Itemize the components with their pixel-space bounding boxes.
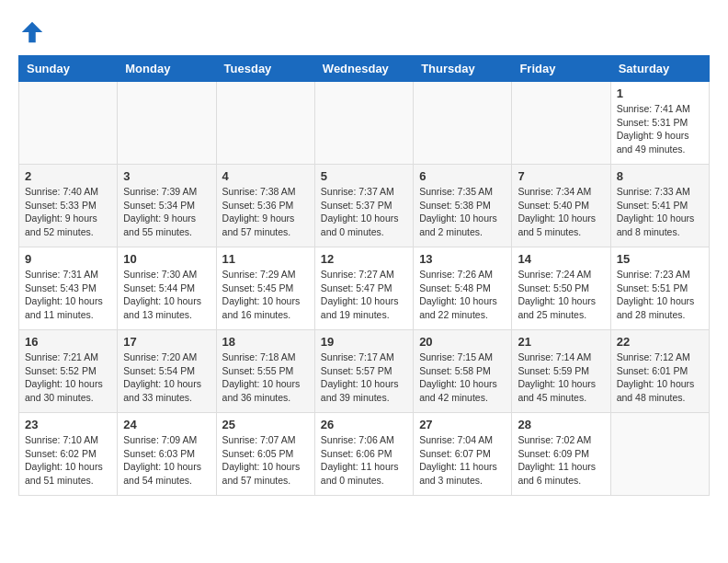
calendar-header: SundayMondayTuesdayWednesdayThursdayFrid… [19,56,710,82]
day-number: 13 [419,252,506,266]
weekday-header-monday: Monday [118,56,216,82]
calendar-day: 3Sunrise: 7:39 AM Sunset: 5:34 PM Daylig… [118,165,216,247]
day-info: Sunrise: 7:38 AM Sunset: 5:36 PM Dayligh… [222,185,309,239]
calendar-day: 26Sunrise: 7:06 AM Sunset: 6:06 PM Dayli… [314,413,413,496]
day-info: Sunrise: 7:07 AM Sunset: 6:05 PM Dayligh… [222,433,309,488]
day-number: 27 [419,418,506,431]
day-info: Sunrise: 7:41 AM Sunset: 5:31 PM Dayligh… [617,102,703,156]
day-info: Sunrise: 7:21 AM Sunset: 5:52 PM Dayligh… [25,350,111,405]
calendar-day: 24Sunrise: 7:09 AM Sunset: 6:03 PM Dayli… [118,413,216,496]
weekday-header-sunday: Sunday [19,56,118,82]
day-number: 19 [321,335,407,349]
day-number: 8 [617,169,703,183]
calendar-day: 17Sunrise: 7:20 AM Sunset: 5:54 PM Dayli… [118,330,216,413]
day-number: 4 [222,169,309,183]
calendar-body: 1Sunrise: 7:41 AM Sunset: 5:31 PM Daylig… [19,82,710,496]
day-info: Sunrise: 7:10 AM Sunset: 6:02 PM Dayligh… [25,433,111,488]
day-number: 25 [222,418,309,431]
day-number: 10 [123,252,210,266]
calendar-week-3: 9Sunrise: 7:31 AM Sunset: 5:43 PM Daylig… [19,247,710,330]
day-info: Sunrise: 7:15 AM Sunset: 5:58 PM Dayligh… [419,350,506,405]
calendar-day [610,413,709,496]
day-info: Sunrise: 7:23 AM Sunset: 5:51 PM Dayligh… [617,268,703,322]
day-info: Sunrise: 7:37 AM Sunset: 5:37 PM Dayligh… [321,185,407,239]
calendar-day: 19Sunrise: 7:17 AM Sunset: 5:57 PM Dayli… [314,330,413,413]
day-info: Sunrise: 7:33 AM Sunset: 5:41 PM Dayligh… [617,185,703,239]
calendar-week-1: 1Sunrise: 7:41 AM Sunset: 5:31 PM Daylig… [19,82,710,165]
day-info: Sunrise: 7:18 AM Sunset: 5:55 PM Dayligh… [222,350,309,405]
day-number: 26 [321,418,407,431]
logo-icon [18,18,46,46]
calendar-week-4: 16Sunrise: 7:21 AM Sunset: 5:52 PM Dayli… [19,330,710,413]
day-info: Sunrise: 7:29 AM Sunset: 5:45 PM Dayligh… [222,268,309,322]
weekday-header-saturday: Saturday [610,56,709,82]
page-header [18,18,710,46]
svg-marker-0 [22,22,43,43]
day-number: 17 [123,335,210,349]
day-info: Sunrise: 7:34 AM Sunset: 5:40 PM Dayligh… [518,185,604,239]
day-info: Sunrise: 7:12 AM Sunset: 6:01 PM Dayligh… [617,350,703,405]
calendar-day: 1Sunrise: 7:41 AM Sunset: 5:31 PM Daylig… [610,82,709,165]
day-number: 22 [617,335,703,349]
day-number: 6 [419,169,506,183]
calendar-day: 10Sunrise: 7:30 AM Sunset: 5:44 PM Dayli… [118,247,216,330]
day-info: Sunrise: 7:06 AM Sunset: 6:06 PM Dayligh… [321,433,407,488]
calendar-day [512,82,610,165]
day-info: Sunrise: 7:17 AM Sunset: 5:57 PM Dayligh… [321,350,407,405]
day-info: Sunrise: 7:20 AM Sunset: 5:54 PM Dayligh… [123,350,210,405]
calendar-day: 15Sunrise: 7:23 AM Sunset: 5:51 PM Dayli… [610,247,709,330]
day-info: Sunrise: 7:14 AM Sunset: 5:59 PM Dayligh… [518,350,604,405]
calendar-day: 28Sunrise: 7:02 AM Sunset: 6:09 PM Dayli… [512,413,610,496]
calendar-day: 13Sunrise: 7:26 AM Sunset: 5:48 PM Dayli… [414,247,512,330]
calendar-day [216,82,314,165]
weekday-header-wednesday: Wednesday [314,56,413,82]
day-info: Sunrise: 7:31 AM Sunset: 5:43 PM Dayligh… [25,268,111,322]
calendar-day: 20Sunrise: 7:15 AM Sunset: 5:58 PM Dayli… [414,330,512,413]
calendar-day [414,82,512,165]
calendar-day: 6Sunrise: 7:35 AM Sunset: 5:38 PM Daylig… [414,165,512,247]
day-info: Sunrise: 7:40 AM Sunset: 5:33 PM Dayligh… [25,185,111,239]
calendar-day: 11Sunrise: 7:29 AM Sunset: 5:45 PM Dayli… [216,247,314,330]
day-number: 23 [25,418,111,431]
day-number: 28 [518,418,604,431]
weekday-header-friday: Friday [512,56,610,82]
calendar-day: 8Sunrise: 7:33 AM Sunset: 5:41 PM Daylig… [610,165,709,247]
calendar-day: 16Sunrise: 7:21 AM Sunset: 5:52 PM Dayli… [19,330,118,413]
day-number: 18 [222,335,309,349]
day-info: Sunrise: 7:24 AM Sunset: 5:50 PM Dayligh… [518,268,604,322]
calendar-day: 9Sunrise: 7:31 AM Sunset: 5:43 PM Daylig… [19,247,118,330]
calendar-day: 2Sunrise: 7:40 AM Sunset: 5:33 PM Daylig… [19,165,118,247]
calendar-day: 22Sunrise: 7:12 AM Sunset: 6:01 PM Dayli… [610,330,709,413]
day-number: 9 [25,252,111,266]
calendar-day: 21Sunrise: 7:14 AM Sunset: 5:59 PM Dayli… [512,330,610,413]
weekday-header-thursday: Thursday [414,56,512,82]
logo [18,18,50,46]
day-number: 11 [222,252,309,266]
day-number: 1 [617,86,703,100]
day-number: 3 [123,169,210,183]
calendar-day: 18Sunrise: 7:18 AM Sunset: 5:55 PM Dayli… [216,330,314,413]
day-number: 2 [25,169,111,183]
day-number: 12 [321,252,407,266]
calendar-week-5: 23Sunrise: 7:10 AM Sunset: 6:02 PM Dayli… [19,413,710,496]
day-number: 14 [518,252,604,266]
calendar-day: 27Sunrise: 7:04 AM Sunset: 6:07 PM Dayli… [414,413,512,496]
day-info: Sunrise: 7:30 AM Sunset: 5:44 PM Dayligh… [123,268,210,322]
day-info: Sunrise: 7:09 AM Sunset: 6:03 PM Dayligh… [123,433,210,488]
day-info: Sunrise: 7:26 AM Sunset: 5:48 PM Dayligh… [419,268,506,322]
calendar-table: SundayMondayTuesdayWednesdayThursdayFrid… [18,55,710,496]
day-info: Sunrise: 7:02 AM Sunset: 6:09 PM Dayligh… [518,433,604,488]
day-info: Sunrise: 7:04 AM Sunset: 6:07 PM Dayligh… [419,433,506,488]
day-number: 16 [25,335,111,349]
calendar-day: 23Sunrise: 7:10 AM Sunset: 6:02 PM Dayli… [19,413,118,496]
calendar-week-2: 2Sunrise: 7:40 AM Sunset: 5:33 PM Daylig… [19,165,710,247]
day-info: Sunrise: 7:35 AM Sunset: 5:38 PM Dayligh… [419,185,506,239]
calendar-day [118,82,216,165]
calendar-day [19,82,118,165]
day-number: 21 [518,335,604,349]
weekday-header-tuesday: Tuesday [216,56,314,82]
day-number: 5 [321,169,407,183]
calendar-day: 25Sunrise: 7:07 AM Sunset: 6:05 PM Dayli… [216,413,314,496]
day-number: 15 [617,252,703,266]
calendar-day: 5Sunrise: 7:37 AM Sunset: 5:37 PM Daylig… [314,165,413,247]
